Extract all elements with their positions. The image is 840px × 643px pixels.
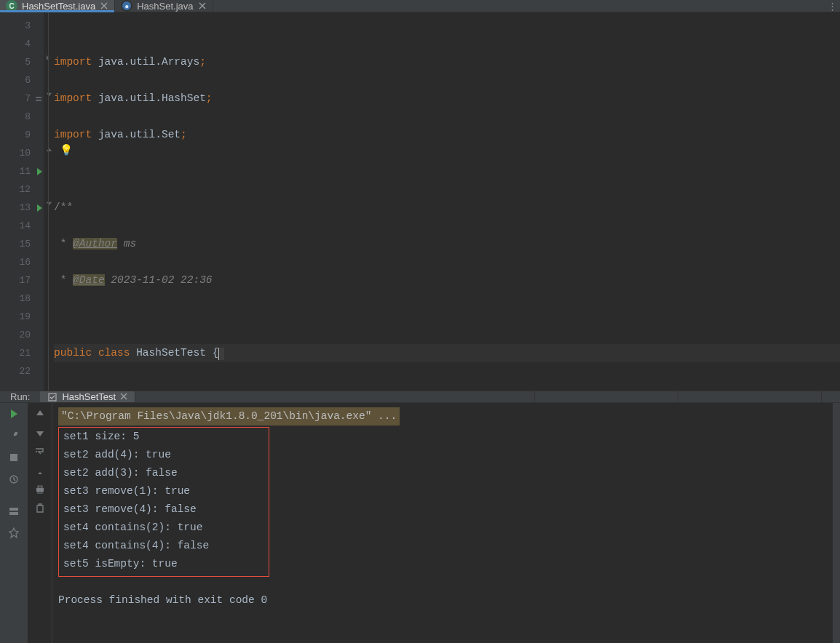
gutter-line: 10 — [0, 144, 44, 162]
exit-line: Process finished with exit code 0 — [58, 591, 834, 610]
tab-label: HashSetTest.java — [22, 1, 95, 12]
stop-icon[interactable] — [7, 451, 20, 464]
editor-area: 3 4 5 6 7 8 9 10 11 12 13 14 15 16 17 18… — [0, 12, 840, 391]
layout-icon[interactable] — [7, 505, 20, 518]
gutter-line: 4 — [0, 35, 44, 53]
up-icon[interactable] — [33, 407, 47, 420]
editor-tabs: C HashSetTest.java ● HashSet.java ⋮ — [0, 0, 840, 12]
run-tab-label: HashSetTest — [62, 391, 116, 402]
gutter-line: 5 — [0, 53, 44, 71]
run-panel-header: Run: HashSetTest — [0, 391, 840, 403]
run-gutter-icon[interactable] — [37, 168, 42, 175]
svg-rect-1 — [36, 100, 41, 101]
gutter-line: 11 — [0, 162, 44, 180]
fold-end-icon[interactable] — [44, 49, 54, 67]
fold-toggle-icon[interactable] — [44, 85, 54, 103]
output-line: set2 add(3): false — [63, 464, 264, 482]
breakpoint-column-icon[interactable] — [35, 95, 42, 103]
output-line: set5 isEmpty: true — [63, 555, 264, 573]
gutter-line: 13 — [0, 199, 44, 217]
output-line: set3 remove(1): true — [63, 482, 264, 500]
svg-rect-5 — [9, 508, 18, 511]
output-line: set4 contains(4): false — [63, 537, 264, 555]
gutter-line: 3 — [0, 17, 44, 35]
gutter-line: 22 — [0, 362, 44, 380]
svg-rect-6 — [9, 512, 18, 515]
scrollbar[interactable] — [833, 403, 840, 643]
run-tab[interactable]: HashSetTest — [40, 391, 135, 402]
caret — [218, 348, 224, 360]
intention-bulb-icon[interactable]: 💡 — [60, 142, 71, 153]
gutter-line: 19 — [0, 308, 44, 326]
run-gutter-icon[interactable] — [37, 204, 42, 212]
command-line: "C:\Program Files\Java\jdk1.8.0_201\bin\… — [58, 407, 400, 426]
gutter-line: 16 — [0, 253, 44, 271]
tab-hashsettest[interactable]: C HashSetTest.java — [0, 0, 115, 12]
pin-icon[interactable] — [7, 527, 20, 540]
run-label: Run: — [0, 391, 40, 402]
output-line: set1 size: 5 — [63, 428, 264, 446]
run-config-icon — [47, 392, 58, 402]
class-file-icon: C — [6, 0, 17, 12]
gutter-line: 8 — [0, 108, 44, 126]
svg-rect-2 — [49, 394, 56, 401]
svg-rect-0 — [36, 97, 41, 98]
output-line: set4 contains(2): true — [63, 519, 264, 537]
gutter-line: 12 — [0, 180, 44, 199]
down-icon[interactable] — [33, 426, 47, 439]
close-icon[interactable] — [198, 1, 207, 10]
gutter-line: 18 — [0, 289, 44, 308]
clear-all-icon[interactable] — [33, 502, 47, 515]
gutter-line: 21 — [0, 344, 44, 362]
run-panel: "C:\Program Files\Java\jdk1.8.0_201\bin\… — [0, 403, 840, 643]
gutter: 3 4 5 6 7 8 9 10 11 12 13 14 15 16 17 18… — [0, 12, 44, 391]
output-line: set3 remove(4): false — [63, 500, 264, 519]
run-tools-console — [28, 403, 52, 643]
gutter-line: 17 — [0, 271, 44, 289]
code-area[interactable]: 💡 import java.util.Arrays; import java.u… — [54, 12, 840, 391]
java-file-icon: ● — [121, 0, 132, 12]
dump-threads-icon[interactable] — [7, 473, 20, 486]
svg-rect-9 — [38, 491, 42, 493]
gutter-line: 20 — [0, 326, 44, 344]
fold-toggle-icon[interactable] — [44, 194, 54, 212]
gutter-line: 15 — [0, 235, 44, 253]
gutter-line: 6 — [0, 71, 44, 89]
fold-column — [44, 12, 54, 391]
run-tools-left — [0, 403, 28, 643]
gutter-line: 14 — [0, 217, 44, 235]
tab-label: HashSet.java — [137, 1, 193, 12]
gutter-line: 9 — [0, 126, 44, 144]
print-icon[interactable] — [33, 483, 47, 496]
console-output[interactable]: "C:\Program Files\Java\jdk1.8.0_201\bin\… — [52, 403, 840, 643]
wrench-icon[interactable] — [7, 429, 20, 442]
rerun-icon[interactable] — [7, 407, 20, 420]
run-header-right — [534, 391, 840, 402]
scroll-to-end-icon[interactable] — [33, 464, 47, 477]
tab-hashset[interactable]: ● HashSet.java — [115, 0, 213, 12]
output-line: set2 add(4): true — [63, 446, 264, 464]
fold-end-icon[interactable] — [44, 140, 54, 158]
svg-rect-3 — [10, 454, 17, 461]
tabs-overflow[interactable]: ⋮ — [828, 0, 840, 12]
close-icon[interactable] — [100, 1, 108, 10]
output-highlight-box: set1 size: 5 set2 add(4): true set2 add(… — [58, 427, 269, 577]
gutter-line: 7 — [0, 89, 44, 108]
close-icon[interactable] — [120, 391, 127, 402]
soft-wrap-icon[interactable] — [33, 445, 47, 458]
svg-rect-8 — [38, 486, 42, 488]
